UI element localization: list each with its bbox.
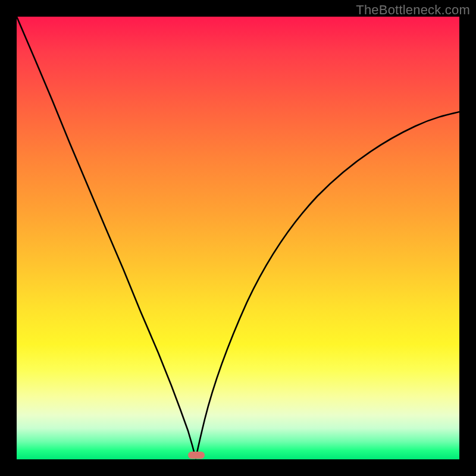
- watermark-text: TheBottleneck.com: [356, 2, 470, 18]
- curve-left-branch: [17, 17, 196, 458]
- curve-right-branch: [196, 112, 459, 458]
- chart-frame: TheBottleneck.com: [0, 0, 476, 476]
- bottleneck-marker: [188, 452, 205, 459]
- bottleneck-curve: [17, 17, 459, 459]
- plot-area: [17, 17, 459, 459]
